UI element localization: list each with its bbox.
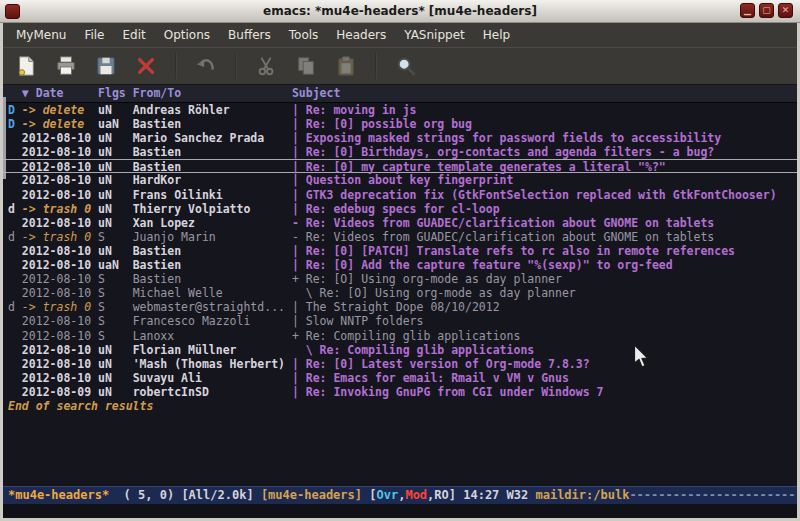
message-flags: uN	[98, 173, 133, 187]
message-flags: uN	[98, 160, 133, 174]
message-from: HardKor	[133, 173, 292, 187]
menu-edit[interactable]: Edit	[114, 24, 155, 46]
message-date: 2012-08-10	[22, 145, 98, 159]
mark-target: -> delete	[22, 117, 98, 131]
menu-buffers[interactable]: Buffers	[219, 24, 280, 46]
message-row[interactable]: 2012-08-10 S Lanoxx + Re: Compiling glib…	[3, 329, 797, 343]
mark-flag: d	[8, 300, 22, 314]
message-row[interactable]: 2012-08-10 uN Suvayu Ali | Re: Emacs for…	[3, 371, 797, 385]
message-row[interactable]: 2012-08-10 S Michael Welle \ Re: [O] Usi…	[3, 286, 797, 300]
message-row[interactable]: 2012-08-10 uN 'Mash (Thomas Herbert) | R…	[3, 357, 797, 371]
column-header-flags[interactable]: Flgs	[98, 86, 133, 100]
message-date: 2012-08-10	[22, 371, 98, 385]
mark-flag: D	[8, 103, 22, 117]
message-row[interactable]: D -> delete uN Andreas Röhler | Re: movi…	[3, 103, 797, 117]
message-flags: uN	[98, 103, 133, 117]
print-icon	[55, 55, 77, 77]
scrollbar-thumb[interactable]	[3, 97, 6, 179]
message-subject: | Slow NNTP folders	[292, 314, 424, 328]
message-row[interactable]: 2012-08-10 uN Mario Sanchez Prada | Expo…	[3, 131, 797, 145]
mark-flag	[8, 188, 22, 202]
modeline-segment: Ovr	[376, 488, 398, 502]
mark-flag	[8, 357, 22, 371]
message-row[interactable]: 2012-08-10 S Francesco Mazzoli | Slow NN…	[3, 314, 797, 328]
message-flags: uN	[98, 131, 133, 145]
mark-target: -> trash 0	[22, 300, 98, 314]
column-header-from[interactable]: From/To	[133, 86, 292, 100]
close-button[interactable]: ✕	[778, 3, 793, 18]
save-button[interactable]	[93, 53, 119, 79]
message-date: 2012-08-10	[22, 272, 98, 286]
message-flags: uN	[98, 357, 133, 371]
message-row[interactable]: 2012-08-10 uaN Bastien | Re: [0] Add the…	[3, 258, 797, 272]
copy-button[interactable]	[293, 53, 319, 79]
delete-button[interactable]	[133, 53, 159, 79]
message-date: 2012-08-10	[22, 343, 98, 357]
mark-flag: D	[8, 117, 22, 131]
message-row[interactable]: 2012-08-10 uN Bastien | Re: [0] [PATCH] …	[3, 244, 797, 258]
paste-button[interactable]	[333, 53, 359, 79]
message-from: Bastien	[133, 117, 292, 131]
search-button[interactable]	[393, 53, 419, 79]
message-row[interactable]: d -> trash 0 S webmaster@straightd... | …	[3, 300, 797, 314]
app-window: emacs: *mu4e-headers* [mu4e-headers] ▁ ▢…	[0, 0, 800, 521]
menu-help[interactable]: Help	[474, 24, 519, 46]
message-row[interactable]: D -> delete uaN Bastien | Re: [0] possib…	[3, 117, 797, 131]
end-of-results-marker: End of search results	[3, 399, 797, 414]
buffer-area[interactable]: ▼ Date Flgs From/To Subject D -> delete …	[3, 85, 797, 486]
message-row[interactable]: 2012-08-09 uN robertcInSD | Re: Invoking…	[3, 385, 797, 399]
mark-flag	[8, 244, 22, 258]
maximize-button[interactable]: ▢	[759, 3, 774, 18]
mark-flag	[8, 160, 22, 174]
menu-yasnippet[interactable]: YASnippet	[395, 24, 474, 46]
new-file-button[interactable]	[13, 53, 39, 79]
mark-flag: d	[8, 202, 22, 216]
column-header-subject[interactable]: Subject	[292, 86, 340, 100]
message-from: Bastien	[133, 160, 292, 174]
message-subject: | Re: [0] possible org bug	[292, 117, 472, 131]
message-from: Bastien	[133, 244, 292, 258]
menu-options[interactable]: Options	[155, 24, 219, 46]
message-flags: uN	[98, 244, 133, 258]
mark-flag	[8, 343, 22, 357]
message-row[interactable]: d -> trash 0 uN Thierry Volpiatto | Re: …	[3, 202, 797, 216]
message-from: webmaster@straightd...	[133, 300, 292, 314]
message-flags: S	[98, 286, 133, 300]
message-flags: uN	[98, 343, 133, 357]
message-subject: - Re: Videos from GUADEC/clarification a…	[292, 230, 714, 244]
cut-button[interactable]	[253, 53, 279, 79]
message-date: 2012-08-10	[22, 173, 98, 187]
message-row[interactable]: 2012-08-10 uN Florian Müllner \ Re: Comp…	[3, 343, 797, 357]
menu-headers[interactable]: Headers	[327, 24, 395, 46]
print-button[interactable]	[53, 53, 79, 79]
modeline-segment: ----------------------------------------…	[629, 488, 797, 502]
mouse-cursor	[633, 344, 651, 370]
message-flags: uaN	[98, 258, 133, 272]
message-from: Florian Müllner	[133, 343, 292, 357]
toolbar-separator	[375, 53, 377, 79]
toolbar-separator	[175, 53, 177, 79]
message-row[interactable]: 2012-08-10 S Bastien + Re: [O] Using org…	[3, 272, 797, 286]
minimize-button[interactable]: ▁	[740, 3, 755, 18]
menu-tools[interactable]: Tools	[280, 24, 328, 46]
mark-flag	[8, 145, 22, 159]
message-row[interactable]: 2012-08-10 uN HardKor | Question about k…	[3, 173, 797, 187]
message-row[interactable]: 2012-08-10 uN Bastien | Re: [0] my captu…	[3, 159, 797, 173]
message-flags: uN	[98, 145, 133, 159]
message-row[interactable]: d -> trash 0 S Juanjo Marin - Re: Videos…	[3, 230, 797, 244]
message-row[interactable]: 2012-08-10 uN Bastien | Re: [0] Birthday…	[3, 145, 797, 159]
column-header-date[interactable]: ▼ Date	[22, 86, 98, 100]
title-bar[interactable]: emacs: *mu4e-headers* [mu4e-headers] ▁ ▢…	[0, 0, 800, 23]
menu-mymenu[interactable]: MyMenu	[7, 24, 75, 46]
message-from: Andreas Röhler	[133, 103, 292, 117]
message-date: 2012-08-10	[22, 286, 98, 300]
message-row[interactable]: 2012-08-10 uN Frans Oilinki | GTK3 depre…	[3, 188, 797, 202]
message-subject: + Re: Compiling glib applications	[292, 329, 520, 343]
window-menu-button[interactable]	[5, 4, 20, 19]
message-row[interactable]: 2012-08-10 uN Xan Lopez - Re: Videos fro…	[3, 216, 797, 230]
menu-file[interactable]: File	[75, 24, 113, 46]
mark-target: -> trash 0	[22, 202, 98, 216]
undo-button[interactable]	[193, 53, 219, 79]
message-list: D -> delete uN Andreas Röhler | Re: movi…	[3, 103, 797, 399]
message-from: Frans Oilinki	[133, 188, 292, 202]
